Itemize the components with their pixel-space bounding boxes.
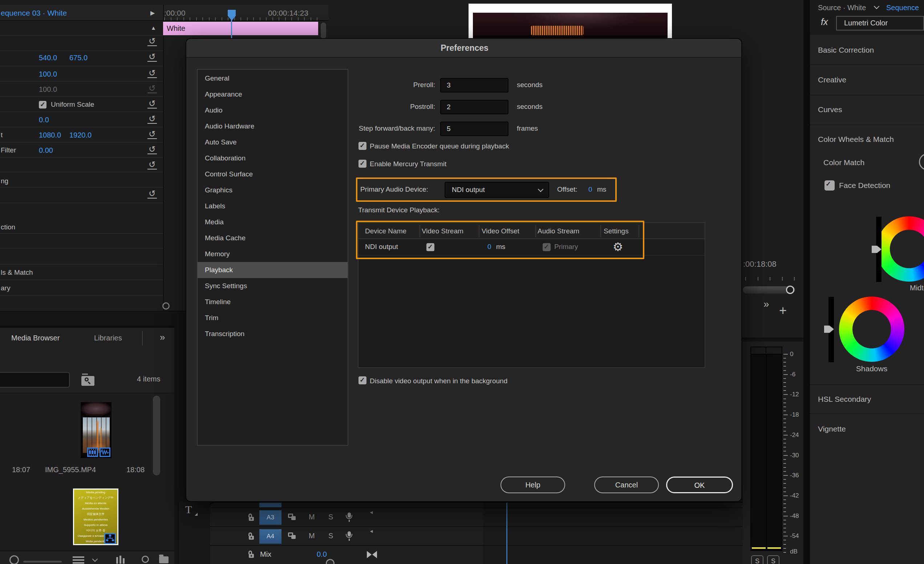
reset-parameter-icon[interactable]: ↺: [147, 69, 157, 78]
folder-icon[interactable]: [159, 557, 168, 563]
solo-button[interactable]: S: [328, 513, 333, 521]
timeline-playhead[interactable]: [506, 503, 507, 564]
help-button[interactable]: Help: [501, 477, 565, 493]
uniform-scale-checkbox[interactable]: [39, 101, 46, 109]
track-sync-icon[interactable]: [288, 533, 297, 540]
sidebar-item-auto-save[interactable]: Auto Save: [198, 134, 348, 150]
effect-name-box[interactable]: Lumetri Color: [836, 16, 924, 30]
track-lock-icon[interactable]: [248, 513, 254, 521]
cancel-button[interactable]: Cancel: [594, 477, 659, 493]
voiceover-record-icon[interactable]: [345, 531, 353, 541]
property-value[interactable]: 1920.0: [69, 131, 92, 139]
midtones-wheel[interactable]: [876, 216, 924, 282]
mix-lock-icon[interactable]: [248, 551, 254, 558]
offset-label: Offset:: [557, 186, 578, 193]
zoom-out-icon[interactable]: [9, 555, 19, 564]
timeline-scroll-handle[interactable]: [326, 559, 334, 564]
thumbnail-view-icon[interactable]: [116, 556, 126, 564]
clip-bar-white[interactable]: White: [163, 22, 318, 35]
tab-source-white[interactable]: Source · White: [818, 4, 866, 12]
property-value[interactable]: 0.0: [39, 116, 49, 124]
tab-media-browser[interactable]: Media Browser: [11, 334, 60, 342]
chevron-down-icon[interactable]: [92, 557, 98, 562]
comparison-view-button[interactable]: [919, 154, 924, 170]
color-match-label[interactable]: Color Match: [824, 158, 864, 167]
ok-button[interactable]: OK: [666, 477, 733, 493]
meter-tick: [783, 390, 786, 391]
sidebar-item-memory[interactable]: Memory: [198, 246, 348, 262]
field-input-postroll-[interactable]: 2: [440, 100, 508, 114]
solo-left-button[interactable]: S: [751, 555, 764, 564]
panel-expand-icon[interactable]: »: [160, 332, 165, 343]
mute-button[interactable]: M: [309, 513, 315, 521]
preference-checkbox[interactable]: [358, 160, 366, 168]
property-value[interactable]: 675.0: [69, 54, 87, 62]
voiceover-record-icon[interactable]: [345, 512, 353, 522]
mini-scrollbar[interactable]: [321, 22, 326, 39]
sidebar-item-timeline[interactable]: Timeline: [198, 294, 348, 310]
reset-parameter-icon[interactable]: ↺: [147, 145, 157, 154]
tab-sequence[interactable]: Sequence: [886, 4, 919, 12]
add-track-icon[interactable]: +: [779, 303, 787, 318]
section-header-vignette[interactable]: Vignette: [818, 425, 846, 433]
mix-value[interactable]: 0.0: [317, 550, 327, 558]
reset-parameter-icon[interactable]: ↺: [147, 84, 157, 93]
search-icon[interactable]: [142, 556, 149, 563]
sidebar-item-sync-settings[interactable]: Sync Settings: [198, 278, 348, 294]
track-lock-icon[interactable]: [248, 533, 254, 540]
primary-audio-dropdown[interactable]: NDI output: [445, 182, 549, 198]
section-header-color-wheels-match[interactable]: Color Wheels & Match: [818, 135, 894, 144]
sidebar-item-playback[interactable]: Playback: [198, 262, 348, 278]
scrubber-handle[interactable]: [786, 286, 794, 294]
property-value[interactable]: 100.0: [39, 70, 57, 78]
field-input-step-forward-back-many-[interactable]: 5: [440, 121, 508, 136]
search-input[interactable]: [0, 372, 70, 387]
mute-button[interactable]: M: [309, 532, 315, 540]
sidebar-item-media-cache[interactable]: Media Cache: [198, 230, 348, 246]
solo-right-button[interactable]: S: [767, 555, 780, 564]
sidebar-item-labels[interactable]: Labels: [198, 198, 348, 214]
zoom-slider[interactable]: [23, 561, 62, 563]
clip-name[interactable]: IMG_5955.MP4: [45, 466, 96, 474]
reset-parameter-icon[interactable]: ↺: [147, 160, 157, 169]
track-label-a3[interactable]: A3: [260, 510, 282, 525]
track-sync-icon[interactable]: [288, 513, 297, 521]
type-tool-icon[interactable]: T: [185, 503, 192, 516]
sidebar-item-collaboration[interactable]: Collaboration: [198, 150, 348, 166]
list-view-icon[interactable]: [73, 556, 84, 564]
sidebar-item-media[interactable]: Media: [198, 214, 348, 230]
solo-button[interactable]: S: [328, 532, 333, 540]
scrollbar-thumb[interactable]: [153, 396, 160, 476]
tab-libraries[interactable]: Libraries: [94, 334, 122, 342]
section-header-creative[interactable]: Creative: [818, 75, 846, 84]
property-value[interactable]: 540.0: [39, 54, 57, 62]
reset-parameter-icon[interactable]: ↺: [147, 130, 157, 139]
sidebar-item-transcription[interactable]: Transcription: [198, 326, 348, 342]
property-value[interactable]: 1080.0: [39, 131, 61, 139]
sidebar-item-control-surface[interactable]: Control Surface: [198, 166, 348, 182]
reset-parameter-icon[interactable]: ↺: [147, 189, 157, 199]
reset-parameter-icon[interactable]: ↺: [147, 99, 157, 109]
reset-parameter-icon[interactable]: ↺: [147, 114, 157, 124]
mix-fader-icon[interactable]: [367, 551, 377, 558]
sidebar-item-trim[interactable]: Trim: [198, 310, 348, 326]
property-value[interactable]: 0.00: [39, 146, 53, 155]
sidebar-item-graphics[interactable]: Graphics: [198, 182, 348, 198]
field-input-preroll-[interactable]: 3: [440, 78, 508, 93]
dialog-header[interactable]: Preferences: [186, 39, 742, 58]
folder-search-icon[interactable]: [81, 376, 94, 386]
track-a2-sliver[interactable]: [260, 503, 282, 507]
face-detection-checkbox[interactable]: [825, 180, 835, 190]
shadows-wheel[interactable]: [839, 296, 904, 362]
reset-parameter-icon[interactable]: ↺: [147, 52, 157, 62]
preference-checkbox[interactable]: [358, 142, 366, 150]
section-header-hsl-secondary[interactable]: HSL Secondary: [818, 395, 871, 404]
disable-video-checkbox[interactable]: [358, 376, 366, 384]
track-label-a4[interactable]: A4: [260, 529, 282, 544]
section-header-curves[interactable]: Curves: [818, 105, 842, 114]
reset-parameter-icon[interactable]: ↺: [147, 37, 157, 46]
expand-panel-icon[interactable]: »: [764, 298, 769, 310]
section-header-basic-correction[interactable]: Basic Correction: [818, 46, 874, 54]
offset-value[interactable]: 0: [588, 186, 592, 193]
scroll-dot-icon[interactable]: [162, 302, 170, 310]
